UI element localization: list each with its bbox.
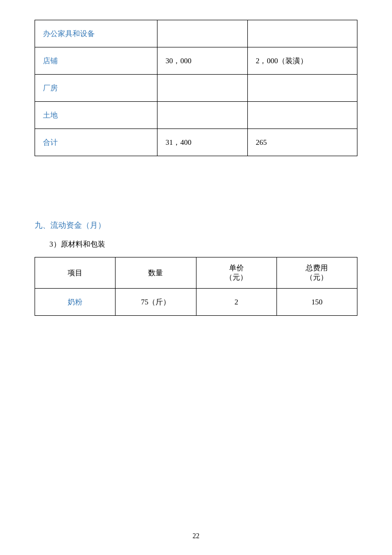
page: 办公家具和设备店铺30，0002，000（装潢）厂房土地合计31，400265 … bbox=[0, 0, 392, 555]
top-row-col1-1: 店铺 bbox=[35, 47, 157, 75]
bottom-table: 项目 数量 单价 （元） 总费用 （元） 奶粉 75（斤） 2 150 bbox=[35, 257, 357, 316]
top-row-col1-0: 办公家具和设备 bbox=[35, 20, 157, 47]
bottom-table-header-row: 项目 数量 单价 （元） 总费用 （元） bbox=[35, 257, 357, 289]
bottom-row-quantity-0: 75（斤） bbox=[116, 289, 196, 316]
top-row-col3-2 bbox=[247, 75, 357, 102]
top-table-row-1: 店铺30，0002，000（装潢） bbox=[35, 47, 357, 75]
top-row-col2-3 bbox=[157, 102, 248, 129]
header-totalcost-line1: 总费用 bbox=[306, 264, 328, 272]
top-row-col2-2 bbox=[157, 75, 248, 102]
top-row-col2-1: 30，000 bbox=[157, 47, 248, 75]
sub-heading: 3）原材料和包装 bbox=[35, 240, 357, 249]
top-table-row-0: 办公家具和设备 bbox=[35, 20, 357, 47]
bottom-row-project-0: 奶粉 bbox=[35, 289, 116, 316]
header-unitprice-line2: （元） bbox=[225, 273, 247, 281]
top-row-col3-4: 265 bbox=[247, 129, 357, 156]
header-unitprice: 单价 （元） bbox=[196, 257, 276, 289]
top-row-col3-3 bbox=[247, 102, 357, 129]
bottom-table-data-row-0: 奶粉 75（斤） 2 150 bbox=[35, 289, 357, 316]
top-row-col3-0 bbox=[247, 20, 357, 47]
page-number: 22 bbox=[193, 532, 199, 540]
top-table: 办公家具和设备店铺30，0002，000（装潢）厂房土地合计31，400265 bbox=[35, 20, 357, 156]
header-totalcost: 总费用 （元） bbox=[276, 257, 357, 289]
top-table-row-3: 土地 bbox=[35, 102, 357, 129]
top-row-col2-4: 31，400 bbox=[157, 129, 248, 156]
top-table-row-4: 合计31，400265 bbox=[35, 129, 357, 156]
bottom-row-unitprice-0: 2 bbox=[196, 289, 276, 316]
top-row-col1-3: 土地 bbox=[35, 102, 157, 129]
header-quantity: 数量 bbox=[116, 257, 196, 289]
top-row-col2-0 bbox=[157, 20, 248, 47]
bottom-row-totalcost-0: 150 bbox=[276, 289, 357, 316]
spacer bbox=[35, 186, 357, 215]
section-heading: 九、流动资金（月） bbox=[35, 220, 357, 231]
top-table-row-2: 厂房 bbox=[35, 75, 357, 102]
header-unitprice-line1: 单价 bbox=[229, 264, 244, 272]
top-row-col1-4: 合计 bbox=[35, 129, 157, 156]
top-row-col1-2: 厂房 bbox=[35, 75, 157, 102]
top-row-col3-1: 2，000（装潢） bbox=[247, 47, 357, 75]
header-project: 项目 bbox=[35, 257, 116, 289]
header-totalcost-line2: （元） bbox=[306, 273, 328, 281]
